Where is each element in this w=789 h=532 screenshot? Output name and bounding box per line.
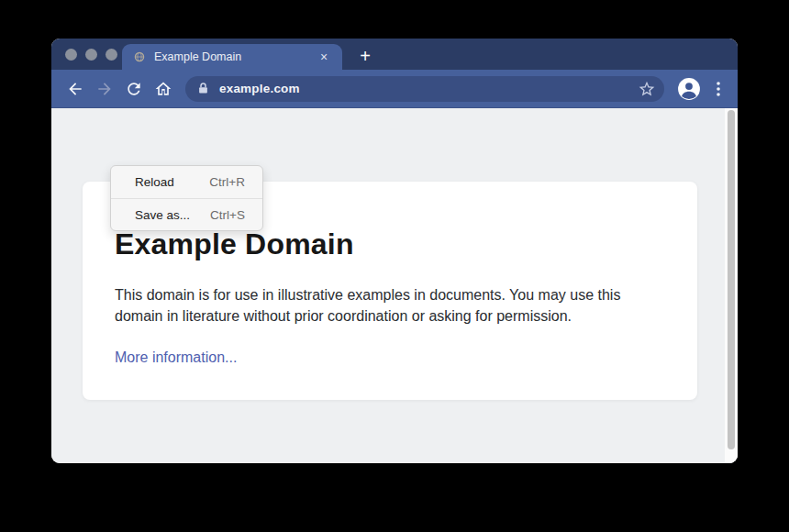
home-icon <box>154 80 172 98</box>
reload-button[interactable] <box>125 80 143 98</box>
titlebar: Example Domain × + <box>51 39 738 70</box>
browser-window: Example Domain × + <box>51 39 738 463</box>
bookmark-star-button[interactable] <box>638 80 656 98</box>
page-content: Example Domain This domain is for use in… <box>51 108 738 463</box>
menu-item-save-as[interactable]: Save as... Ctrl+S <box>111 198 262 230</box>
context-menu: Reload Ctrl+R Save as... Ctrl+S <box>110 165 263 231</box>
tab-favicon-icon <box>133 50 146 63</box>
menu-item-reload[interactable]: Reload Ctrl+R <box>111 166 262 198</box>
browser-menu-button[interactable] <box>710 78 727 100</box>
menu-item-label: Save as... <box>135 208 190 222</box>
profile-avatar-button[interactable] <box>677 77 701 101</box>
url-text: example.com <box>219 82 300 95</box>
window-minimize-button[interactable] <box>85 49 97 61</box>
page-paragraph: This domain is for use in illustrative e… <box>115 284 665 327</box>
reload-icon <box>125 80 143 98</box>
menu-item-shortcut: Ctrl+R <box>209 175 245 189</box>
menu-item-label: Reload <box>135 175 174 189</box>
traffic-lights <box>65 49 117 61</box>
avatar-icon <box>677 77 701 101</box>
tab-close-button[interactable]: × <box>317 50 331 63</box>
scrollbar-track[interactable] <box>725 108 738 463</box>
scrollbar-thumb[interactable] <box>728 110 735 449</box>
three-dots-icon <box>710 78 727 100</box>
forward-button[interactable] <box>95 80 114 98</box>
window-maximize-button[interactable] <box>106 49 117 61</box>
toolbar: example.com <box>51 70 738 108</box>
back-button[interactable] <box>66 80 84 98</box>
page-title: Example Domain <box>115 227 665 261</box>
back-arrow-icon <box>66 80 84 98</box>
new-tab-button[interactable]: + <box>354 46 376 68</box>
menu-item-shortcut: Ctrl+S <box>210 208 245 222</box>
home-button[interactable] <box>154 80 172 98</box>
more-information-link[interactable]: More information... <box>115 349 237 366</box>
lock-icon <box>196 82 210 95</box>
star-icon <box>638 80 656 98</box>
tab-title: Example Domain <box>154 50 309 63</box>
address-bar[interactable]: example.com <box>185 76 664 102</box>
window-close-button[interactable] <box>65 49 77 61</box>
browser-tab[interactable]: Example Domain × <box>122 44 342 70</box>
forward-arrow-icon <box>95 80 114 98</box>
